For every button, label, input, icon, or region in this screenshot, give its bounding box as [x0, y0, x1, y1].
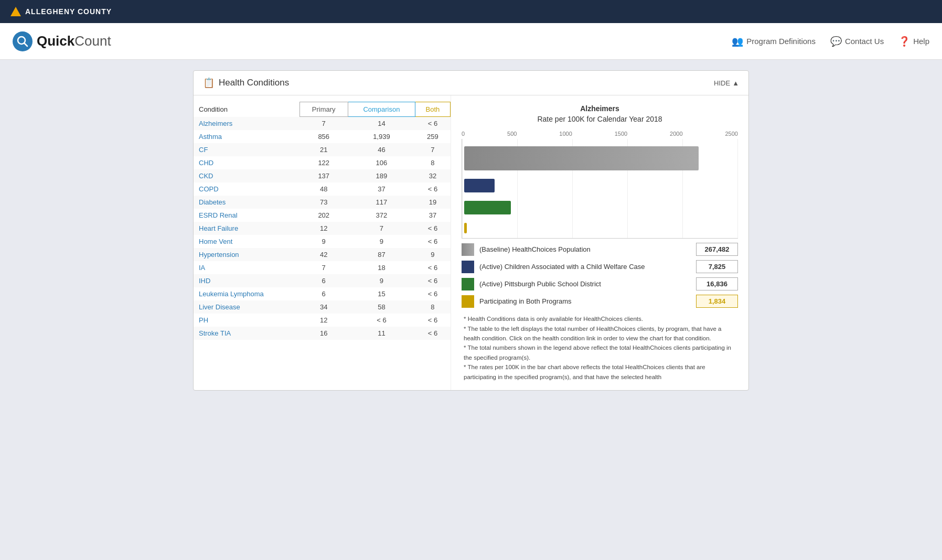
- table-row: CF21467: [194, 143, 451, 156]
- primary-value: 42: [299, 248, 348, 261]
- hide-label: HIDE: [714, 79, 730, 87]
- help-icon: ❓: [898, 36, 910, 47]
- panel-icon: 📋: [203, 77, 215, 89]
- note-item: * The rates per 100K in the bar chart ab…: [464, 362, 736, 382]
- bar-active-children: [464, 179, 495, 192]
- condition-link[interactable]: Heart Failure: [194, 222, 299, 235]
- condition-link[interactable]: Asthma: [194, 130, 299, 143]
- condition-link[interactable]: Hypertension: [194, 248, 299, 261]
- panel-body: Condition Primary Comparison Both Alzhei…: [194, 95, 748, 390]
- chart-title-line2: Rate per 100K for Calendar Year 2018: [537, 115, 662, 123]
- legend-label-active: (Active) Children Associated with a Chil…: [479, 263, 645, 271]
- comparison-value: 37: [348, 182, 415, 196]
- tab-primary[interactable]: Primary: [299, 102, 348, 117]
- legend-value-both: 1,834: [696, 295, 738, 308]
- legend: (Baseline) HealthChoices Population 267,…: [462, 243, 738, 308]
- chevron-up-icon: ▲: [732, 79, 739, 87]
- brand-count: Count: [74, 33, 111, 49]
- brand-icon: [13, 31, 33, 51]
- condition-link[interactable]: COPD: [194, 182, 299, 196]
- condition-link[interactable]: CKD: [194, 169, 299, 182]
- primary-value: 6: [299, 274, 348, 287]
- comparison-value: < 6: [348, 314, 415, 327]
- brand-text: QuickCount: [37, 33, 111, 49]
- program-definitions-label: Program Definitions: [746, 37, 816, 46]
- org-logo: ALLEGHENY COUNTY: [10, 7, 112, 16]
- table-row: Home Vent99< 6: [194, 235, 451, 248]
- tab-both[interactable]: Both: [415, 102, 450, 117]
- comparison-value: 9: [348, 274, 415, 287]
- both-value: 9: [415, 248, 450, 261]
- header-brand: QuickCount: [13, 31, 111, 51]
- hc-notes: * Health Conditions data is only availab…: [462, 314, 738, 382]
- condition-link[interactable]: ESRD Renal: [194, 209, 299, 222]
- help-link[interactable]: ❓ Help: [898, 36, 929, 47]
- condition-link[interactable]: Alzheimers: [194, 117, 299, 131]
- condition-link[interactable]: Diabetes: [194, 196, 299, 209]
- note-item: * Health Conditions data is only availab…: [464, 314, 736, 324]
- legend-label-pittsburgh: (Active) Pittsburgh Public School Distri…: [479, 280, 601, 288]
- condition-link[interactable]: Leukemia Lymphoma: [194, 287, 299, 300]
- main-content: 📋 Health Conditions HIDE ▲ Condition Pri…: [0, 60, 942, 560]
- legend-label-both: Participating in Both Programs: [479, 297, 572, 305]
- primary-value: 73: [299, 196, 348, 209]
- chart-bars: [462, 139, 738, 239]
- table-row: Hypertension42879: [194, 248, 451, 261]
- both-value: 259: [415, 130, 450, 143]
- tab-comparison[interactable]: Comparison: [348, 102, 415, 117]
- both-value: < 6: [415, 327, 450, 340]
- swatch-active: [462, 261, 474, 273]
- health-conditions-table: Condition Primary Comparison Both Alzhei…: [194, 102, 451, 340]
- both-value: < 6: [415, 117, 450, 131]
- condition-link[interactable]: Stroke TIA: [194, 327, 299, 340]
- legend-value-active: 7,825: [696, 260, 738, 273]
- condition-link[interactable]: CF: [194, 143, 299, 156]
- program-definitions-link[interactable]: 👥 Program Definitions: [732, 36, 816, 47]
- table-row: Diabetes7311719: [194, 196, 451, 209]
- comparison-value: 87: [348, 248, 415, 261]
- primary-value: 21: [299, 143, 348, 156]
- table-row: Leukemia Lymphoma615< 6: [194, 287, 451, 300]
- comparison-value: 189: [348, 169, 415, 182]
- primary-value: 12: [299, 314, 348, 327]
- table-section: Condition Primary Comparison Both Alzhei…: [194, 95, 451, 390]
- table-row: CHD1221068: [194, 156, 451, 169]
- bar-pittsburgh: [464, 201, 511, 214]
- both-value: 19: [415, 196, 450, 209]
- condition-link[interactable]: CHD: [194, 156, 299, 169]
- condition-link[interactable]: PH: [194, 314, 299, 327]
- condition-link[interactable]: IA: [194, 261, 299, 274]
- table-row: ESRD Renal20237237: [194, 209, 451, 222]
- hide-button[interactable]: HIDE ▲: [714, 79, 739, 87]
- chart-section: Alzheimers Rate per 100K for Calendar Ye…: [451, 95, 748, 390]
- legend-value-baseline: 267,482: [696, 243, 738, 256]
- condition-link[interactable]: IHD: [194, 274, 299, 287]
- primary-value: 137: [299, 169, 348, 182]
- both-value: < 6: [415, 314, 450, 327]
- legend-item-pittsburgh: (Active) Pittsburgh Public School Distri…: [462, 277, 738, 290]
- comparison-value: 15: [348, 287, 415, 300]
- col-condition: Condition: [194, 102, 299, 117]
- condition-link[interactable]: Home Vent: [194, 235, 299, 248]
- table-row: Asthma8561,939259: [194, 130, 451, 143]
- chart-title: Alzheimers Rate per 100K for Calendar Ye…: [462, 104, 738, 124]
- panel-title-text: Health Conditions: [219, 78, 289, 88]
- panel-title: 📋 Health Conditions: [203, 77, 289, 89]
- primary-value: 34: [299, 300, 348, 314]
- primary-value: 16: [299, 327, 348, 340]
- chart-title-line1: Alzheimers: [580, 104, 619, 113]
- both-value: 7: [415, 143, 450, 156]
- triangle-icon: [10, 7, 21, 16]
- help-label: Help: [913, 37, 929, 46]
- legend-value-pittsburgh: 16,836: [696, 277, 738, 290]
- both-value: < 6: [415, 235, 450, 248]
- comparison-value: 1,939: [348, 130, 415, 143]
- both-value: < 6: [415, 182, 450, 196]
- swatch-baseline: [462, 243, 474, 256]
- comparison-value: 7: [348, 222, 415, 235]
- contact-us-link[interactable]: 💬 Contact Us: [830, 36, 884, 47]
- both-value: < 6: [415, 222, 450, 235]
- condition-link[interactable]: Liver Disease: [194, 300, 299, 314]
- chart-axis: 0 500 1000 1500 2000 2500: [462, 131, 738, 137]
- primary-value: 48: [299, 182, 348, 196]
